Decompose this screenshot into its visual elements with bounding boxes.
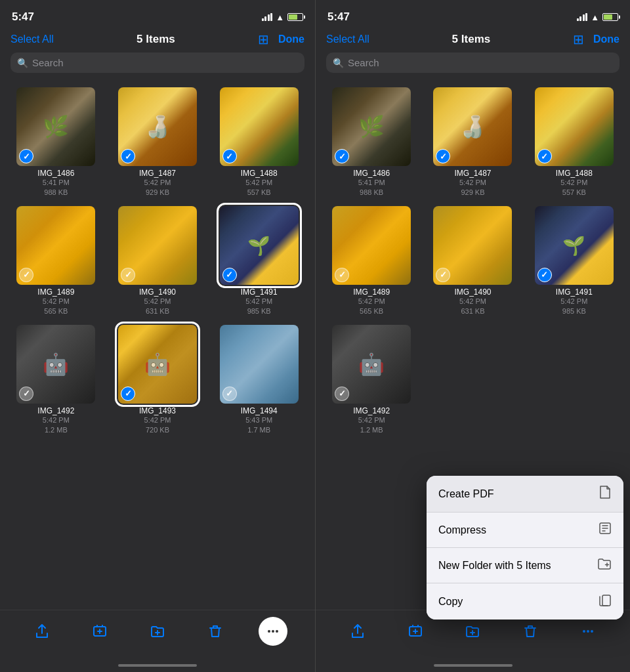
svg-point-3 bbox=[276, 630, 278, 633]
home-indicator-right bbox=[316, 659, 630, 672]
new-folder-icon bbox=[597, 557, 612, 574]
compress-icon bbox=[598, 522, 612, 538]
grid-row-3-right: ✓ IMG_1492 5:42 PM1.2 MB bbox=[324, 321, 622, 440]
file-grid-left: ✓ IMG_1486 5:41 PM 988 KB ✓ IMG_1487 5:4… bbox=[0, 78, 315, 610]
list-item[interactable]: ✓ IMG_1492 5:42 PM 1.2 MB bbox=[8, 325, 104, 436]
grid-view-button-left[interactable]: ⊞ bbox=[258, 32, 269, 47]
list-item[interactable]: ✓ IMG_1494 5:43 PM 1.7 MB bbox=[211, 325, 307, 436]
select-all-button-left[interactable]: Select All bbox=[10, 33, 54, 45]
list-item[interactable]: ✓ IMG_1491 5:42 PM 985 KB bbox=[211, 206, 307, 317]
check-badge-1492: ✓ bbox=[19, 387, 33, 401]
left-panel: 5:47 ▲ Select All 5 Items ⊞ Done 🔍 Searc… bbox=[0, 0, 315, 672]
search-bar-right[interactable]: 🔍 Search bbox=[326, 52, 620, 73]
grid-view-button-right[interactable]: ⊞ bbox=[573, 32, 584, 47]
check-badge-r-1486: ✓ bbox=[335, 149, 349, 163]
nav-title-left: 5 Items bbox=[136, 33, 175, 46]
folder-button-right[interactable] bbox=[458, 617, 487, 646]
check-badge-1487: ✓ bbox=[121, 149, 135, 163]
list-item[interactable] bbox=[526, 325, 622, 436]
select-all-button-right[interactable]: Select All bbox=[326, 33, 369, 45]
list-item[interactable]: ✓ IMG_1492 5:42 PM1.2 MB bbox=[324, 325, 419, 436]
nav-title-right: 5 Items bbox=[452, 33, 491, 46]
list-item[interactable]: ✓ IMG_1489 5:42 PM565 KB bbox=[324, 206, 419, 317]
signal-icon bbox=[262, 13, 273, 21]
create-pdf-icon bbox=[598, 485, 612, 503]
list-item[interactable]: ✓ IMG_1488 5:42 PM557 KB bbox=[526, 87, 622, 198]
list-item[interactable]: ✓ IMG_1486 5:41 PM 988 KB bbox=[8, 87, 104, 198]
wifi-icon-right: ▲ bbox=[591, 12, 599, 22]
svg-point-1 bbox=[268, 630, 270, 633]
status-icons-right: ▲ bbox=[577, 12, 618, 22]
svg-rect-5 bbox=[602, 595, 610, 606]
list-item[interactable]: ✓ IMG_1490 5:42 PM631 KB bbox=[425, 206, 520, 317]
more-button-left[interactable] bbox=[259, 617, 287, 646]
more-button-right[interactable] bbox=[574, 617, 602, 646]
list-item[interactable]: ✓ IMG_1493 5:42 PM 720 KB bbox=[110, 325, 206, 436]
context-menu-item-new-folder[interactable]: New Folder with 5 Items bbox=[427, 548, 623, 583]
share-button-right[interactable] bbox=[343, 617, 372, 646]
bottom-toolbar-left bbox=[0, 610, 315, 659]
create-pdf-label: Create PDF bbox=[438, 488, 494, 500]
check-badge-1491: ✓ bbox=[222, 268, 237, 282]
grid-row-2-left: ✓ IMG_1489 5:42 PM 565 KB ✓ IMG_1490 5:4… bbox=[8, 202, 307, 321]
search-input-right[interactable]: Search bbox=[348, 57, 379, 68]
context-menu: Create PDF Compress New Folder with 5 It… bbox=[427, 476, 623, 620]
search-icon-right: 🔍 bbox=[333, 58, 344, 68]
trash-button-right[interactable] bbox=[516, 617, 545, 646]
signal-icon-right bbox=[577, 13, 588, 21]
list-item[interactable] bbox=[425, 325, 520, 436]
search-input-left[interactable]: Search bbox=[32, 57, 64, 68]
check-badge-1489: ✓ bbox=[19, 268, 33, 282]
share-button-left[interactable] bbox=[28, 617, 56, 646]
copy-label: Copy bbox=[438, 596, 463, 608]
svg-point-9 bbox=[591, 630, 593, 633]
folder-button-left[interactable] bbox=[143, 617, 172, 646]
nav-bar-left: Select All 5 Items ⊞ Done bbox=[0, 29, 315, 52]
check-badge-1494: ✓ bbox=[222, 387, 237, 401]
copy-icon bbox=[598, 593, 612, 610]
context-menu-item-compress[interactable]: Compress bbox=[427, 513, 623, 548]
wifi-icon: ▲ bbox=[276, 12, 284, 22]
grid-row-3-left: ✓ IMG_1492 5:42 PM 1.2 MB ✓ IMG_1493 5:4… bbox=[8, 321, 307, 440]
add-button-right[interactable] bbox=[401, 617, 430, 646]
svg-point-8 bbox=[587, 630, 589, 633]
list-item[interactable]: ✓ IMG_1486 5:41 PM988 KB bbox=[324, 87, 419, 198]
search-icon-left: 🔍 bbox=[17, 58, 28, 68]
trash-button-left[interactable] bbox=[201, 617, 230, 646]
home-indicator-left bbox=[0, 659, 315, 672]
context-menu-item-create-pdf[interactable]: Create PDF bbox=[427, 476, 623, 513]
check-badge-1488: ✓ bbox=[222, 149, 237, 163]
svg-point-2 bbox=[272, 630, 274, 633]
status-icons-left: ▲ bbox=[262, 12, 303, 22]
battery-icon-right bbox=[602, 13, 618, 21]
nav-right-left: ⊞ Done bbox=[258, 32, 304, 47]
done-button-right[interactable]: Done bbox=[593, 33, 620, 45]
list-item[interactable]: ✓ IMG_1487 5:42 PM 929 KB bbox=[110, 87, 206, 198]
list-item[interactable]: ✓ IMG_1489 5:42 PM 565 KB bbox=[8, 206, 104, 317]
file-meta-1486: 5:41 PM 988 KB bbox=[43, 178, 70, 198]
check-badge-1490: ✓ bbox=[121, 268, 135, 282]
search-bar-left[interactable]: 🔍 Search bbox=[10, 52, 304, 73]
add-button-left[interactable] bbox=[85, 617, 114, 646]
nav-bar-right: Select All 5 Items ⊞ Done bbox=[316, 29, 630, 52]
list-item[interactable]: ✓ IMG_1490 5:42 PM 631 KB bbox=[110, 206, 206, 317]
new-folder-label: New Folder with 5 Items bbox=[438, 560, 551, 572]
done-button-left[interactable]: Done bbox=[278, 33, 304, 45]
grid-row-1-left: ✓ IMG_1486 5:41 PM 988 KB ✓ IMG_1487 5:4… bbox=[8, 83, 307, 202]
status-time-right: 5:47 bbox=[327, 10, 350, 24]
compress-label: Compress bbox=[438, 524, 486, 536]
status-time-left: 5:47 bbox=[12, 10, 34, 24]
grid-row-2-right: ✓ IMG_1489 5:42 PM565 KB ✓ IMG_1490 5:42… bbox=[324, 202, 622, 321]
list-item[interactable]: ✓ IMG_1491 5:42 PM985 KB bbox=[526, 206, 622, 317]
status-bar-left: 5:47 ▲ bbox=[0, 0, 315, 29]
svg-point-7 bbox=[583, 630, 585, 633]
status-bar-right: 5:47 ▲ bbox=[316, 0, 630, 29]
battery-icon bbox=[287, 13, 303, 21]
right-panel: 5:47 ▲ Select All 5 Items ⊞ Done 🔍 Searc… bbox=[315, 0, 630, 672]
context-menu-item-copy[interactable]: Copy bbox=[427, 583, 623, 620]
list-item[interactable]: ✓ IMG_1488 5:42 PM 557 KB bbox=[211, 87, 307, 198]
file-name-1486: IMG_1486 bbox=[37, 169, 74, 178]
list-item[interactable]: ✓ IMG_1487 5:42 PM929 KB bbox=[425, 87, 520, 198]
file-thumb-wrapper-1486: ✓ bbox=[16, 87, 95, 166]
check-badge-1493: ✓ bbox=[121, 387, 135, 401]
